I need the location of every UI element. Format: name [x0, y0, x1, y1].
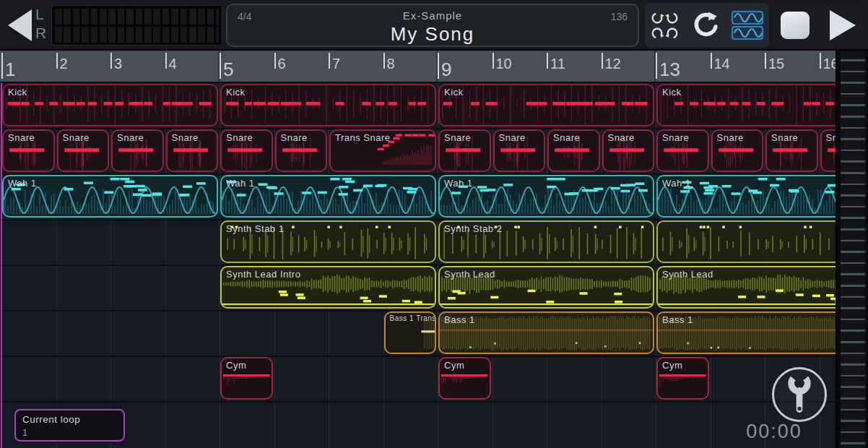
bar-number: 5	[223, 59, 233, 81]
clip-label: Wah 1	[662, 178, 691, 189]
clip-snare[interactable]: Snare	[602, 129, 655, 172]
level-meter	[51, 5, 222, 46]
clip-label: Kick	[8, 87, 27, 98]
clip-synth-lead-intro[interactable]: Synth Lead Intro	[220, 266, 436, 309]
clip-snare[interactable]: Snare	[547, 129, 600, 172]
bar-number: 12	[605, 56, 621, 72]
clip-snare[interactable]: Snare	[493, 129, 546, 172]
meter-right-label: R	[35, 24, 46, 43]
playhead[interactable]	[1, 83, 2, 448]
clip-label: Kick	[444, 87, 464, 98]
bar-tick	[602, 53, 603, 69]
pattern-chain-icon[interactable]	[649, 9, 681, 41]
clip-wah-1[interactable]: Wah 1	[438, 175, 654, 217]
wrench-icon	[774, 369, 825, 420]
clip-label: Cym	[662, 360, 682, 371]
clip-label: Snare	[444, 132, 471, 143]
clip-label: Snare	[281, 132, 308, 143]
sequencer-app: L R 4/4 136 Ex-Sample My Song	[0, 0, 868, 448]
clip-cym[interactable]: Cym	[438, 357, 491, 400]
bar-tick	[656, 53, 657, 79]
clip-kick[interactable]: Kick	[656, 84, 836, 126]
clip-bass-1[interactable]: Bass 1	[438, 311, 654, 354]
back-arrow-icon	[4, 7, 35, 43]
clip-snare[interactable]: Snare	[765, 129, 818, 172]
clip-bass-1-trans[interactable]: Bass 1 Trans	[384, 311, 437, 354]
clip-snare[interactable]: Snare	[820, 129, 836, 172]
bar-tick	[492, 53, 494, 69]
clip-snare[interactable]: Snare	[438, 129, 491, 172]
clip-label: Synth Stab 2	[444, 223, 502, 234]
clip-label: Wah 1	[8, 178, 37, 189]
clip-snare[interactable]: Snare	[2, 129, 55, 172]
clip-label: Snare	[717, 132, 744, 143]
clip-kick[interactable]: Kick	[220, 84, 436, 126]
clip-label: Snare	[226, 132, 253, 143]
clip-snare[interactable]: Snare	[275, 129, 328, 172]
stop-button[interactable]	[781, 12, 810, 39]
bar-tick	[274, 53, 276, 69]
bar-number: 14	[714, 56, 730, 72]
level-meter-right	[55, 27, 219, 43]
meter-channel-labels: L R	[35, 5, 46, 43]
clip-cym[interactable]: Cym	[220, 357, 273, 400]
clip-label: Synth Lead	[444, 269, 495, 280]
bar-tick	[329, 53, 330, 69]
bar-number: 2	[60, 56, 68, 72]
clip-snare[interactable]: Snare	[220, 129, 273, 172]
clip-label: Synth Lead	[662, 269, 713, 280]
clip-snare[interactable]: Snare	[57, 129, 110, 172]
current-loop-indicator: Current loop 1	[14, 409, 125, 441]
bar-tick	[820, 53, 821, 69]
clip-snare[interactable]: Snare	[111, 129, 164, 172]
bar-tick	[1, 53, 3, 79]
clip-snare[interactable]: Snare	[656, 129, 709, 172]
clip-label: Cym	[226, 360, 246, 371]
clip-synth-lead[interactable]: Synth Lead	[438, 266, 654, 309]
current-loop-value: 1	[22, 428, 27, 438]
bar-number: 13	[659, 59, 680, 81]
clip-synth-stab-track[interactable]	[656, 220, 836, 263]
waveform-view-icon[interactable]	[730, 8, 765, 43]
clip-label: Kick	[226, 87, 246, 98]
bar-tick	[220, 53, 221, 79]
bar-number: 3	[114, 56, 122, 72]
bar-number: 10	[496, 56, 512, 72]
mode-buttons-group	[645, 3, 769, 48]
song-title: My Song	[227, 23, 638, 46]
clip-cym[interactable]: Cym	[656, 357, 709, 400]
clip-snare[interactable]: Snare	[711, 129, 764, 172]
current-loop-label: Current loop	[22, 414, 80, 425]
clip-wah-1[interactable]: Wah 1	[2, 175, 218, 217]
clip-snare[interactable]: Snare	[166, 129, 219, 172]
loop-repeat-icon[interactable]	[690, 9, 721, 41]
clip-wah-1[interactable]: Wah 1	[656, 175, 836, 217]
clip-label: Snare	[63, 132, 90, 143]
timeline-grid[interactable]: KickKickKickKickSnareSnareSnareSnareSnar…	[0, 83, 836, 448]
clip-synth-lead[interactable]: Synth Lead	[656, 266, 836, 309]
clip-label: Wah 1	[226, 178, 255, 189]
bar-number: 11	[550, 56, 565, 72]
row-separator	[0, 401, 836, 402]
back-button[interactable]	[4, 7, 35, 43]
clip-synth-stab-2[interactable]: Synth Stab 2	[438, 220, 654, 263]
settings-button[interactable]	[772, 367, 827, 422]
clip-label: Snare	[117, 132, 144, 143]
bar-number: 15	[768, 56, 784, 72]
bar-tick	[110, 53, 112, 69]
song-info-button[interactable]: 4/4 136 Ex-Sample My Song	[226, 4, 639, 47]
level-meter-left	[55, 9, 219, 25]
bar-tick	[547, 53, 548, 69]
bar-ruler[interactable]: 12345678910111213141516	[0, 51, 836, 83]
clip-label: Wah 1	[444, 178, 473, 189]
vertical-scroll-strip[interactable]	[836, 51, 868, 448]
top-bar: L R 4/4 136 Ex-Sample My Song	[0, 0, 868, 51]
clip-label: Cym	[444, 360, 464, 371]
clip-kick[interactable]: Kick	[438, 84, 654, 126]
clip-wah-1[interactable]: Wah 1	[220, 175, 436, 217]
clip-trans-snare[interactable]: Trans Snare	[329, 129, 436, 172]
clip-bass-1[interactable]: Bass 1	[656, 311, 836, 354]
clip-kick[interactable]: Kick	[2, 84, 218, 126]
clip-synth-stab-1[interactable]: Synth Stab 1	[220, 220, 436, 263]
play-button[interactable]	[825, 9, 858, 42]
